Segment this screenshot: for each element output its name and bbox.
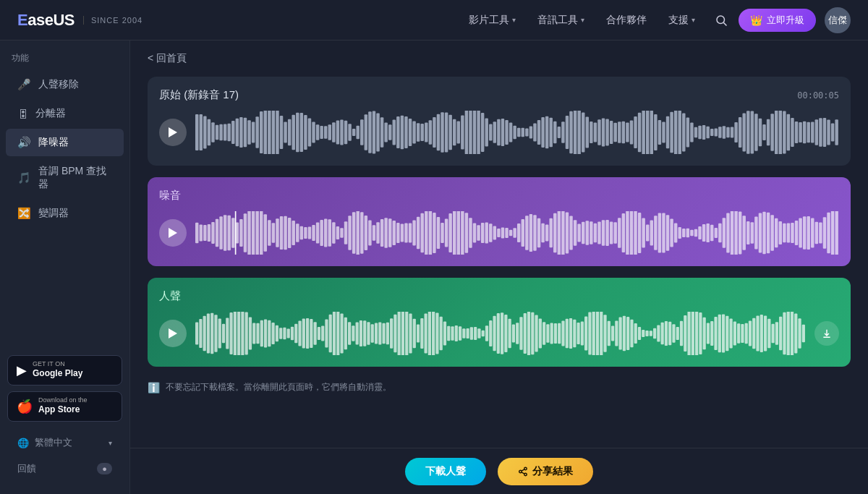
svg-rect-38 xyxy=(336,121,339,145)
google-play-sub: GET IT ON xyxy=(33,361,82,367)
svg-rect-20 xyxy=(264,111,267,154)
nav-video-tools[interactable]: 影片工具 ▾ xyxy=(460,9,524,31)
svg-rect-205 xyxy=(360,212,363,254)
svg-rect-26 xyxy=(288,119,291,146)
sidebar-item-label: 分離器 xyxy=(35,107,66,120)
app-store-button[interactable]: 🍎 Download on the App Store xyxy=(7,391,122,422)
svg-rect-133 xyxy=(718,127,721,137)
svg-rect-357 xyxy=(314,322,317,344)
svg-rect-93 xyxy=(558,127,561,138)
language-selector[interactable]: 🌐 繁體中文 ▾ xyxy=(6,430,124,455)
svg-rect-322 xyxy=(831,211,834,255)
chevron-down-icon: ▾ xyxy=(692,16,695,24)
svg-rect-90 xyxy=(545,116,548,148)
nav-partner-label: 合作夥伴 xyxy=(606,14,647,27)
sidebar-item-bpm-finder[interactable]: 🎵 音調 BPM 查找器 xyxy=(6,158,124,198)
svg-rect-141 xyxy=(751,111,754,154)
google-play-button[interactable]: ▶ GET IT ON Google Play xyxy=(7,355,122,386)
svg-rect-43 xyxy=(357,126,359,140)
svg-rect-53 xyxy=(396,116,399,148)
nav-partner[interactable]: 合作夥伴 xyxy=(597,9,655,31)
svg-rect-102 xyxy=(594,123,597,142)
upgrade-label: 立即升級 xyxy=(767,14,804,27)
svg-rect-484 xyxy=(798,318,801,348)
svg-rect-105 xyxy=(605,119,608,145)
svg-rect-365 xyxy=(344,318,347,349)
svg-rect-234 xyxy=(477,225,480,240)
svg-rect-461 xyxy=(710,321,713,346)
svg-rect-478 xyxy=(775,322,778,345)
svg-rect-299 xyxy=(739,211,741,254)
original-waveform-row xyxy=(159,111,839,154)
sidebar-item-vocal-removal[interactable]: 🎤 人聲移除 xyxy=(6,71,124,98)
svg-rect-336 xyxy=(234,312,237,355)
svg-rect-81 xyxy=(509,123,512,142)
svg-rect-261 xyxy=(586,221,589,244)
svg-rect-162 xyxy=(835,119,838,145)
svg-rect-446 xyxy=(653,328,656,338)
original-audio-card: 原始 (新錄音 17) 00:00:05 xyxy=(148,77,851,166)
sidebar-item-separator[interactable]: 🎛 分離器 xyxy=(6,100,124,127)
svg-rect-139 xyxy=(743,113,746,151)
svg-rect-211 xyxy=(384,218,387,247)
voice-download-button[interactable] xyxy=(814,321,839,346)
app-store-sub: Download on the xyxy=(38,397,88,404)
original-play-button[interactable] xyxy=(159,119,187,146)
svg-rect-394 xyxy=(455,325,458,341)
svg-rect-11 xyxy=(228,124,231,142)
svg-rect-310 xyxy=(783,223,786,242)
svg-rect-279 xyxy=(658,213,661,253)
svg-rect-9 xyxy=(219,124,222,141)
svg-rect-281 xyxy=(666,215,669,250)
svg-line-491 xyxy=(522,469,524,470)
svg-rect-137 xyxy=(734,122,737,142)
svg-rect-271 xyxy=(626,211,629,255)
svg-rect-202 xyxy=(348,216,351,250)
svg-rect-140 xyxy=(746,111,749,153)
back-link[interactable]: < 回首頁 xyxy=(148,52,851,65)
svg-rect-280 xyxy=(662,213,665,252)
share-button[interactable]: 分享結果 xyxy=(498,458,593,485)
svg-rect-442 xyxy=(638,327,641,340)
svg-rect-213 xyxy=(393,221,396,245)
voice-play-button[interactable] xyxy=(159,320,187,347)
svg-rect-138 xyxy=(739,117,741,148)
svg-rect-3 xyxy=(195,114,198,150)
svg-rect-203 xyxy=(352,212,355,254)
svg-rect-395 xyxy=(459,326,461,341)
svg-rect-347 xyxy=(276,325,278,341)
upgrade-button[interactable]: 👑 立即升級 xyxy=(739,9,816,32)
svg-rect-256 xyxy=(566,213,569,254)
nav-support[interactable]: 支援 ▾ xyxy=(660,9,704,31)
svg-rect-134 xyxy=(723,126,726,138)
svg-rect-113 xyxy=(638,113,641,152)
download-voice-button[interactable]: 下載人聲 xyxy=(405,458,486,485)
svg-rect-433 xyxy=(603,315,606,352)
svg-rect-429 xyxy=(588,312,591,354)
feedback-item[interactable]: 回饋 ● xyxy=(6,456,124,481)
noise-play-button[interactable] xyxy=(159,219,187,247)
svg-rect-305 xyxy=(762,212,765,255)
avatar[interactable]: 信傑 xyxy=(825,7,851,33)
svg-rect-350 xyxy=(287,328,290,338)
svg-rect-368 xyxy=(356,322,359,344)
svg-rect-381 xyxy=(405,312,408,355)
svg-rect-37 xyxy=(332,122,335,142)
sidebar-item-noise-reducer[interactable]: 🔊 降噪器 xyxy=(6,129,124,156)
svg-rect-262 xyxy=(590,221,592,244)
svg-rect-35 xyxy=(324,126,327,138)
nav-audio-tools[interactable]: 音訊工具 ▾ xyxy=(529,9,593,31)
google-play-icon: ▶ xyxy=(17,362,27,378)
svg-rect-218 xyxy=(412,221,415,246)
svg-rect-371 xyxy=(367,322,370,344)
sidebar-item-pitch-changer[interactable]: 🔀 變調器 xyxy=(6,200,124,227)
svg-rect-86 xyxy=(529,126,532,138)
svg-rect-57 xyxy=(412,122,415,144)
search-button[interactable] xyxy=(708,7,734,33)
svg-rect-175 xyxy=(239,219,242,247)
svg-rect-439 xyxy=(626,317,629,350)
svg-rect-70 xyxy=(465,111,468,154)
svg-rect-419 xyxy=(550,323,553,344)
svg-rect-95 xyxy=(566,116,569,149)
back-label: < 回首頁 xyxy=(148,52,187,65)
